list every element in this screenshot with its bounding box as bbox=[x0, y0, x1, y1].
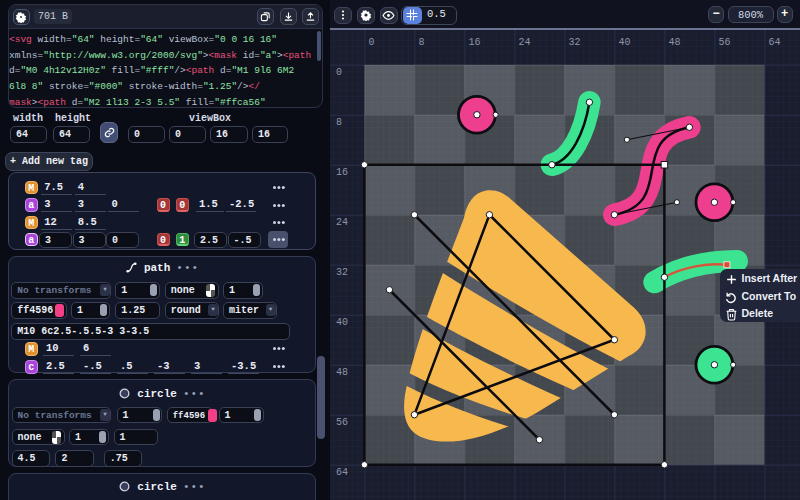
svg-text:0: 0 bbox=[336, 67, 342, 78]
svg-text:64: 64 bbox=[768, 37, 780, 48]
svg-text:16: 16 bbox=[468, 37, 480, 48]
svg-text:8: 8 bbox=[418, 37, 424, 48]
svg-text:48: 48 bbox=[668, 37, 680, 48]
svg-text:8: 8 bbox=[336, 117, 342, 128]
svg-text:48: 48 bbox=[336, 367, 348, 378]
svg-text:32: 32 bbox=[336, 267, 348, 278]
svg-text:40: 40 bbox=[336, 317, 348, 328]
svg-text:32: 32 bbox=[568, 37, 580, 48]
svg-text:64: 64 bbox=[336, 467, 348, 478]
svg-text:16: 16 bbox=[336, 167, 348, 178]
svg-text:0: 0 bbox=[368, 37, 374, 48]
svg-text:24: 24 bbox=[518, 37, 530, 48]
svg-text:40: 40 bbox=[618, 37, 630, 48]
svg-text:56: 56 bbox=[336, 417, 348, 428]
svg-text:24: 24 bbox=[336, 217, 348, 228]
svg-text:56: 56 bbox=[718, 37, 730, 48]
